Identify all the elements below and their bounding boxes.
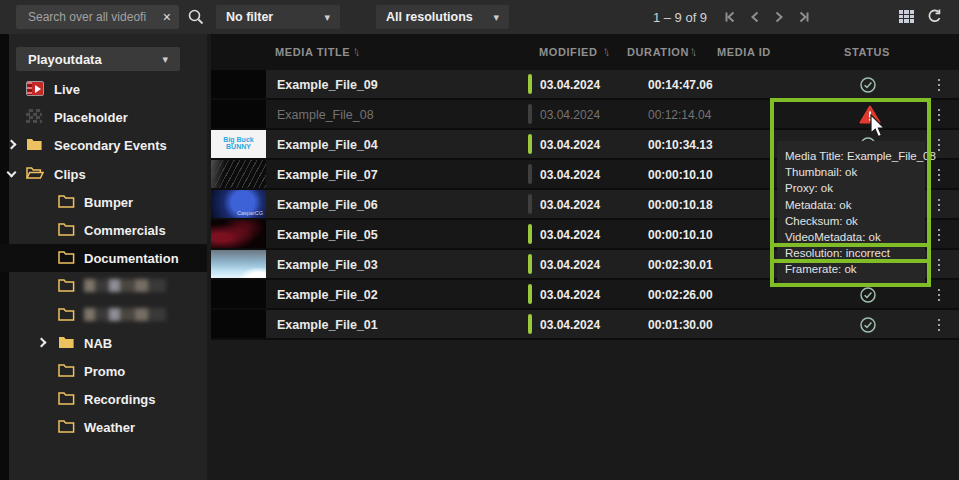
- folder-icon: [26, 137, 44, 153]
- search-icon[interactable]: [187, 8, 205, 30]
- folder-icon: [58, 419, 76, 435]
- readiness-bar: [528, 314, 532, 334]
- sidebar-item-commercials[interactable]: Commercials: [0, 216, 207, 244]
- media-library-window: Search over all videofi × No filter ▾ Al…: [0, 0, 959, 480]
- duration-cell: 00:00:10.10: [648, 228, 713, 242]
- sidebar-item-live[interactable]: Live: [0, 75, 207, 103]
- thumbnail: Big Buck BUNNY: [211, 130, 266, 158]
- thumbnail: [211, 280, 266, 308]
- next-page-button[interactable]: [770, 7, 788, 27]
- chevron-down-icon: ▾: [162, 53, 168, 66]
- sidebar-item-redacted[interactable]: [0, 301, 207, 329]
- folder-icon: [58, 335, 76, 351]
- prev-page-button[interactable]: [746, 7, 764, 27]
- collection-dropdown[interactable]: Playoutdata ▾: [16, 47, 180, 71]
- sidebar-item-label: Bumper: [84, 195, 133, 210]
- sort-icon[interactable]: ↑↓: [690, 45, 697, 56]
- column-header-modified[interactable]: MODIFIED: [539, 46, 598, 58]
- readiness-bar: [528, 254, 532, 274]
- media-title-cell: Example_File_06: [277, 198, 378, 212]
- status-icon[interactable]: [859, 286, 877, 304]
- last-page-button[interactable]: [794, 7, 812, 27]
- sidebar-item-documentation[interactable]: Documentation: [0, 244, 207, 272]
- row-menu-button[interactable]: [934, 257, 944, 273]
- row-menu-button[interactable]: [934, 107, 944, 123]
- modified-cell: 03.04.2024: [540, 138, 600, 152]
- sidebar-item-placeholder[interactable]: Placeholder: [0, 103, 207, 131]
- sort-icon[interactable]: ↑↓: [353, 45, 360, 56]
- folder-icon: [26, 81, 44, 97]
- sidebar-item-label: Commercials: [84, 223, 166, 238]
- pagination-controls: [722, 0, 812, 34]
- sidebar-item-label: Clips: [54, 167, 86, 182]
- duration-cell: 00:14:47.06: [648, 78, 713, 92]
- modified-cell: 03.04.2024: [540, 168, 600, 182]
- readiness-bar: [528, 224, 532, 244]
- folder-icon: [58, 391, 76, 407]
- sort-icon[interactable]: ↑↓: [603, 45, 610, 56]
- sidebar-item-redacted[interactable]: [0, 272, 207, 300]
- sidebar-item-weather[interactable]: Weather: [0, 413, 207, 441]
- chevron-icon[interactable]: [7, 167, 17, 177]
- sidebar-item-secondary-events[interactable]: Secondary Events: [0, 131, 207, 159]
- modified-cell: 03.04.2024: [540, 78, 600, 92]
- folder-icon: [58, 307, 76, 323]
- folder-icon: [58, 363, 76, 379]
- sidebar-item-clips[interactable]: Clips: [0, 160, 207, 188]
- sidebar-item-label: Secondary Events: [54, 138, 167, 153]
- sidebar-item-label: Promo: [84, 364, 125, 379]
- table-row-example-file-09[interactable]: Example_File_09 03.04.2024 00:14:47.06: [211, 70, 959, 100]
- row-menu-button[interactable]: [934, 227, 944, 243]
- modified-cell: 03.04.2024: [540, 108, 600, 122]
- table-row-example-file-08[interactable]: Example_File_08 03.04.2024 00:12:14.04: [211, 100, 959, 130]
- table-row-example-file-01[interactable]: Example_File_01 03.04.2024 00:01:30.00: [211, 310, 959, 340]
- sidebar-item-bumper[interactable]: Bumper: [0, 188, 207, 216]
- collection-dropdown-value: Playoutdata: [28, 52, 162, 67]
- sidebar: Playoutdata ▾ Live Placeholder: [0, 34, 207, 480]
- resolution-dropdown[interactable]: All resolutions ▾: [376, 5, 509, 29]
- refresh-icon[interactable]: [925, 7, 944, 30]
- row-menu-button[interactable]: [934, 287, 944, 303]
- row-menu-button[interactable]: [934, 77, 944, 93]
- first-page-button[interactable]: [722, 7, 740, 27]
- live-icon: [26, 81, 44, 96]
- chevron-icon[interactable]: [7, 140, 17, 150]
- resolution-dropdown-value: All resolutions: [386, 10, 483, 24]
- duration-cell: 00:01:30.00: [648, 318, 713, 332]
- modified-cell: 03.04.2024: [540, 198, 600, 212]
- status-icon[interactable]: [859, 76, 877, 94]
- grid-view-icon[interactable]: [899, 10, 914, 23]
- row-menu-button[interactable]: [934, 197, 944, 213]
- sidebar-item-promo[interactable]: Promo: [0, 357, 207, 385]
- thumbnail: [211, 310, 266, 338]
- row-menu-button[interactable]: [934, 317, 944, 333]
- row-menu-button[interactable]: [934, 167, 944, 183]
- annotation-separator: [770, 243, 931, 247]
- duration-cell: 00:00:10.18: [648, 198, 713, 212]
- search-input-value: Search over all videofi: [28, 10, 159, 24]
- modified-cell: 03.04.2024: [540, 228, 600, 242]
- tooltip-lines: Media Title: Example_File_08Thumbnail: o…: [785, 148, 925, 245]
- table-row-example-file-02[interactable]: Example_File_02 03.04.2024 00:02:26.00: [211, 280, 959, 310]
- duration-cell: 00:12:14.04: [648, 108, 711, 122]
- thumbnail: CasparCG: [211, 190, 266, 218]
- readiness-bar: [528, 104, 532, 124]
- status-icon[interactable]: [859, 316, 877, 334]
- sidebar-item-nab[interactable]: NAB: [0, 329, 207, 357]
- column-header-media-id[interactable]: MEDIA ID: [717, 46, 771, 58]
- chevron-icon[interactable]: [37, 337, 47, 347]
- sidebar-item-recordings[interactable]: Recordings: [0, 385, 207, 413]
- media-title-cell: Example_File_04: [277, 138, 378, 152]
- chevron-down-icon: ▾: [324, 11, 330, 24]
- search-input[interactable]: Search over all videofi ×: [16, 5, 179, 29]
- column-header-duration[interactable]: DURATION: [627, 46, 689, 58]
- duration-cell: 00:10:34.13: [648, 138, 713, 152]
- modified-cell: 03.04.2024: [540, 318, 600, 332]
- column-header-status[interactable]: STATUS: [844, 46, 890, 58]
- filter-dropdown[interactable]: No filter ▾: [216, 5, 340, 29]
- column-header-media-title[interactable]: MEDIA TITLE: [275, 46, 350, 58]
- folder-tree: Live Placeholder Secondary Events: [0, 75, 207, 441]
- thumbnail-label: Big Buck BUNNY: [221, 136, 257, 150]
- status-icon[interactable]: [859, 106, 877, 124]
- clear-search-icon[interactable]: ×: [163, 10, 171, 24]
